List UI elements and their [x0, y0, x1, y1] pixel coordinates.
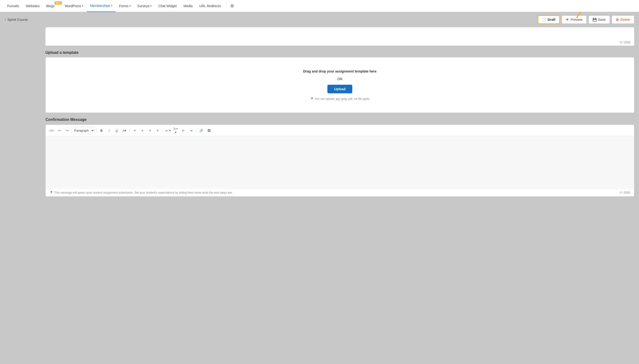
link-button[interactable]: 🔗	[198, 127, 205, 134]
upload-hint: 📍 You can upload .jpg, jpeg, pdf, xls fi…	[310, 97, 370, 100]
draft-icon: 📄	[542, 18, 546, 22]
breadcrumb-label: Sprint Course	[8, 18, 28, 22]
nav-item-funnels[interactable]: Funnels	[4, 0, 22, 12]
upload-button[interactable]: Upload	[328, 85, 352, 93]
paragraph-select[interactable]: Paragraph	[71, 127, 95, 134]
redo-button[interactable]: ↪	[64, 127, 70, 134]
nav-item-blogs[interactable]: Blogs New	[43, 0, 61, 12]
numbered-list-button[interactable]: 1≔ ▾	[172, 127, 179, 134]
upload-drag-text: Drag and drop your assignment template h…	[303, 70, 377, 73]
toolbar-separator-1	[96, 128, 96, 133]
outdent-button[interactable]: ⇤	[180, 127, 187, 134]
editor-body[interactable]	[46, 136, 634, 189]
new-badge: New	[54, 2, 62, 4]
confirmation-section-heading: Confirmation Message	[46, 118, 634, 122]
italic-icon: I	[109, 129, 110, 132]
indent-icon: ⇥	[190, 129, 192, 132]
align-justify-icon: ≡	[157, 129, 159, 132]
code-icon: </>	[50, 129, 54, 132]
bold-button[interactable]: B	[98, 127, 105, 134]
layout-wrapper: 0 / 2000 Upload a template Drag and drop…	[0, 27, 639, 206]
confirmation-section: Confirmation Message </> ↩ ↪	[46, 118, 634, 196]
image-icon: 🖼	[208, 129, 210, 132]
preview-icon: 👁	[566, 18, 569, 22]
link-icon: 🔗	[199, 129, 203, 132]
image-button[interactable]: 🖼	[205, 127, 212, 134]
undo-button[interactable]: ↩	[56, 127, 63, 134]
preview-button[interactable]: 👁 Preview	[562, 16, 586, 24]
nav-item-websites[interactable]: Websites	[22, 0, 43, 12]
underline-button[interactable]: U	[113, 127, 120, 134]
font-color-icon: A▾	[122, 129, 126, 132]
code-view-button[interactable]: </>	[48, 127, 55, 134]
nav-item-chat-widget[interactable]: Chat Widget	[155, 0, 180, 12]
indent-button[interactable]: ⇥	[188, 127, 194, 134]
numbered-list-icon: 1≔ ▾	[172, 127, 179, 134]
content-area: ‹ Sprint Course 📄 Draft 👁 Preview 💾 Save	[0, 12, 639, 364]
nav-divider	[226, 3, 226, 9]
memberships-dropdown-arrow: ▾	[111, 4, 112, 7]
editor-toolbar: </> ↩ ↪ Paragraph	[46, 125, 634, 136]
bullet-list-icon: ≔ ▾	[165, 129, 171, 132]
toolbar-separator-4	[196, 128, 196, 133]
font-color-button[interactable]: A▾	[121, 127, 128, 134]
outdent-icon: ⇤	[182, 129, 185, 132]
char-counter-top: 0 / 2000	[46, 39, 634, 46]
main-content: 0 / 2000 Upload a template Drag and drop…	[41, 27, 639, 206]
editor-footer-hint: This message will apear upon student ass…	[54, 191, 232, 194]
bullet-list-button[interactable]: ≔ ▾	[164, 127, 172, 134]
align-right-icon: ≡	[149, 129, 151, 132]
underline-icon: U	[116, 129, 118, 132]
upload-or-text: OR	[338, 77, 342, 81]
toolbar-separator-3	[163, 128, 163, 133]
forms-dropdown-arrow: ▾	[130, 4, 131, 7]
align-left-button[interactable]: ≡	[131, 127, 138, 134]
align-right-button[interactable]: ≡	[146, 127, 154, 134]
undo-icon: ↩	[58, 129, 61, 132]
redo-icon: ↪	[66, 129, 68, 132]
align-center-icon: ≡	[142, 129, 143, 132]
delete-icon: 🗑	[616, 18, 619, 22]
top-navigation: Funnels Websites Blogs New WordPress ▾ M…	[0, 0, 639, 12]
nav-item-media[interactable]: Media	[180, 0, 196, 12]
upload-box: Drag and drop your assignment template h…	[46, 57, 634, 113]
draft-button[interactable]: 📄 Draft	[538, 15, 560, 24]
nav-item-surveys[interactable]: Surveys ▾	[134, 0, 155, 12]
char-counter-bottom: 0 / 2000	[620, 191, 630, 194]
top-panel: 0 / 2000	[46, 27, 634, 46]
align-center-button[interactable]: ≡	[139, 127, 146, 134]
settings-gear-icon[interactable]: ⚙	[228, 3, 236, 8]
nav-item-forms[interactable]: Forms ▾	[116, 0, 134, 12]
nav-item-memberships[interactable]: Memberships ▾	[87, 0, 116, 12]
italic-button[interactable]: I	[106, 127, 113, 134]
editor-footer: 📍 This message will apear upon student a…	[46, 189, 634, 196]
right-content: 0 / 2000 Upload a template Drag and drop…	[41, 27, 639, 206]
nav-item-wordpress[interactable]: WordPress ▾	[61, 0, 87, 12]
toolbar-separator-2	[130, 128, 130, 133]
align-left-icon: ≡	[134, 129, 136, 132]
nav-item-url-redirects[interactable]: URL Redirects	[196, 0, 224, 12]
wordpress-dropdown-arrow: ▾	[82, 4, 83, 7]
sub-header: ‹ Sprint Course 📄 Draft 👁 Preview 💾 Save	[0, 12, 639, 27]
info-icon: 📍	[310, 97, 314, 100]
rich-text-editor: </> ↩ ↪ Paragraph	[46, 125, 634, 196]
footer-info-icon: 📍	[50, 191, 53, 194]
left-sidebar	[0, 27, 41, 206]
delete-button[interactable]: 🗑 Delete	[612, 16, 634, 24]
bold-icon: B	[100, 129, 102, 132]
action-buttons-group: 📄 Draft 👁 Preview 💾 Save 🗑 Delete	[538, 15, 634, 24]
surveys-dropdown-arrow: ▾	[150, 4, 152, 7]
save-button[interactable]: 💾 Save	[588, 16, 610, 24]
align-justify-button[interactable]: ≡	[154, 127, 161, 134]
upload-section: Upload a template Drag and drop your ass…	[46, 50, 634, 113]
back-link[interactable]: ‹ Sprint Course	[5, 18, 28, 22]
back-arrow-icon: ‹	[5, 18, 6, 22]
save-icon: 💾	[592, 18, 597, 22]
upload-section-heading: Upload a template	[46, 50, 634, 55]
